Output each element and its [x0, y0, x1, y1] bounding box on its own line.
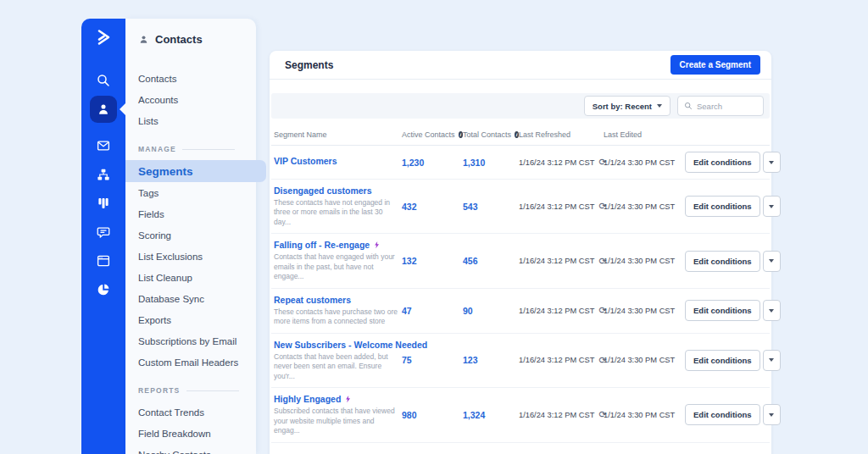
last-edited-value: 1/1/24 3:30 PM CST: [604, 257, 675, 265]
active-contacts-value[interactable]: 132: [402, 256, 463, 266]
sidebar-item-exports[interactable]: Exports: [125, 309, 256, 330]
campaigns-icon[interactable]: [95, 137, 112, 154]
row-menu-button[interactable]: [763, 251, 781, 272]
flyout-notch: [120, 103, 125, 115]
deals-icon[interactable]: [95, 195, 112, 212]
row-menu-button[interactable]: [763, 152, 781, 173]
last-edited-cell: 1/1/24 3:30 PM CST: [604, 158, 685, 167]
automation-bolt-icon: [344, 395, 352, 403]
section-label: REPORTS: [138, 386, 181, 395]
menu-item-label: Database Sync: [138, 294, 204, 304]
segment-description: Contacts that have been added, but never…: [274, 352, 399, 381]
sidebar-item-scoring[interactable]: Scoring: [125, 224, 256, 246]
sidebar-item-subscriptions-by-email[interactable]: Subscriptions by Email: [125, 330, 256, 352]
active-contacts-value[interactable]: 432: [402, 202, 463, 212]
website-icon[interactable]: [95, 252, 112, 269]
total-contacts-value[interactable]: 123: [463, 355, 519, 365]
sidebar-item-database-sync[interactable]: Database Sync: [125, 288, 256, 309]
active-contacts-value[interactable]: 1,230: [402, 158, 463, 168]
sidebar-item-lists[interactable]: Lists: [125, 110, 256, 131]
menu-item-label: Exports: [138, 315, 171, 325]
contacts-icon[interactable]: [90, 96, 117, 123]
segment-name-link[interactable]: New Subscribers - Welcome Needed: [274, 340, 427, 350]
sidebar-item-accounts[interactable]: Accounts: [125, 89, 256, 110]
last-edited-cell: 1/1/24 3:30 PM CST: [604, 307, 685, 315]
edit-conditions-button[interactable]: Edit conditions: [685, 300, 760, 321]
total-contacts-value[interactable]: 1,324: [463, 410, 519, 420]
table-header-row: Segment Name Active Contactsi Total Cont…: [271, 124, 770, 146]
reports-icon[interactable]: [95, 281, 112, 298]
activecampaign-logo-icon[interactable]: [92, 26, 114, 48]
search-icon: [684, 102, 693, 110]
sidebar-item-contact-trends[interactable]: Contact Trends: [125, 401, 256, 423]
menu-item-label: Contacts: [138, 74, 176, 84]
search-field[interactable]: [677, 96, 764, 116]
column-active-contacts[interactable]: Active Contactsi: [402, 130, 463, 139]
section-divider: [182, 149, 235, 150]
column-segment-name[interactable]: Segment Name: [271, 130, 402, 139]
total-contacts-value[interactable]: 543: [463, 202, 519, 212]
last-refreshed-value: 1/16/24 3:12 PM CST: [519, 202, 594, 211]
conversations-icon[interactable]: [95, 224, 112, 241]
menu-item-label: List Cleanup: [138, 273, 192, 283]
last-edited-cell: 1/1/24 3:30 PM CST: [604, 356, 685, 364]
total-contacts-value[interactable]: 90: [463, 306, 519, 316]
search-input[interactable]: [697, 102, 756, 111]
edit-conditions-button[interactable]: Edit conditions: [685, 350, 760, 371]
active-contacts-value[interactable]: 980: [402, 410, 463, 420]
sidebar-item-fields[interactable]: Fields: [125, 203, 256, 224]
last-edited-value: 1/1/24 3:30 PM CST: [604, 356, 675, 364]
last-edited-value: 1/1/24 3:30 PM CST: [604, 411, 675, 419]
table-row: Falling off - Re-engage Contacts that ha…: [271, 234, 770, 288]
menu-item-label: List Exclusions: [138, 252, 203, 262]
column-last-refreshed[interactable]: Last Refreshed: [519, 130, 604, 139]
active-contacts-value[interactable]: 75: [402, 355, 463, 365]
row-menu-button[interactable]: [763, 404, 781, 425]
last-edited-cell: 1/1/24 3:30 PM CST: [604, 202, 685, 211]
menu-item-label: Nearby Contacts: [138, 450, 211, 454]
search-icon[interactable]: [95, 72, 112, 89]
segment-name-link[interactable]: Repeat customers: [274, 295, 351, 305]
sidebar-item-segments-active[interactable]: Segments: [125, 160, 266, 182]
create-segment-button[interactable]: Create a Segment: [670, 55, 760, 75]
column-label: Active Contacts: [402, 130, 455, 139]
sidebar-item-tags[interactable]: Tags: [125, 182, 256, 203]
last-refreshed-cell: 1/16/24 3:12 PM CST⟳: [519, 306, 604, 315]
sidebar-item-list-cleanup[interactable]: List Cleanup: [125, 267, 256, 288]
sidebar-item-contacts[interactable]: Contacts: [125, 68, 256, 89]
person-icon: [138, 34, 149, 45]
sidebar-item-field-breakdown[interactable]: Field Breakdown: [125, 423, 256, 444]
sort-by-dropdown[interactable]: Sort by: Recent: [584, 96, 670, 116]
sidebar-item-custom-email-headers[interactable]: Custom Email Headers: [125, 352, 256, 373]
row-menu-button[interactable]: [763, 196, 781, 217]
edit-conditions-button[interactable]: Edit conditions: [685, 196, 760, 217]
edit-conditions-button[interactable]: Edit conditions: [685, 251, 760, 272]
row-menu-button[interactable]: [763, 300, 781, 321]
sort-by-label: Sort by: Recent: [593, 102, 652, 111]
column-last-edited[interactable]: Last Edited: [604, 130, 685, 139]
active-contacts-value[interactable]: 47: [402, 306, 463, 316]
menu-item-label: Segments: [138, 165, 193, 178]
column-total-contacts[interactable]: Total Contactsi: [463, 130, 519, 139]
app-sidebar: [81, 19, 125, 454]
total-contacts-value[interactable]: 456: [463, 256, 519, 266]
segment-name-link[interactable]: Disengaged customers: [274, 185, 372, 196]
automations-icon[interactable]: [95, 166, 112, 183]
edit-conditions-button[interactable]: Edit conditions: [685, 152, 760, 173]
segment-name-link[interactable]: VIP Customers: [274, 156, 337, 166]
segment-name-link[interactable]: Highly Engaged: [274, 394, 341, 404]
sidebar-item-nearby-contacts[interactable]: Nearby Contacts: [125, 444, 256, 454]
total-contacts-value[interactable]: 1,310: [463, 158, 519, 168]
row-actions: Edit conditions: [685, 404, 782, 425]
list-toolbar: Sort by: Recent: [271, 93, 770, 119]
row-menu-button[interactable]: [763, 350, 781, 371]
segment-description: These contacts have not engaged in three…: [274, 198, 399, 227]
edit-conditions-button[interactable]: Edit conditions: [685, 404, 760, 425]
table-row: Disengaged customers These contacts have…: [271, 180, 770, 234]
segment-name-link[interactable]: Falling off - Re-engage: [274, 240, 370, 250]
sidebar-item-list-exclusions[interactable]: List Exclusions: [125, 246, 256, 267]
segment-description: Subscribed contacts that have viewed you…: [274, 407, 399, 435]
menu-item-label: Tags: [138, 188, 159, 198]
table-row: Highly Engaged Subscribed contacts that …: [271, 388, 770, 442]
sidebar-section-reports: REPORTS: [125, 379, 256, 401]
